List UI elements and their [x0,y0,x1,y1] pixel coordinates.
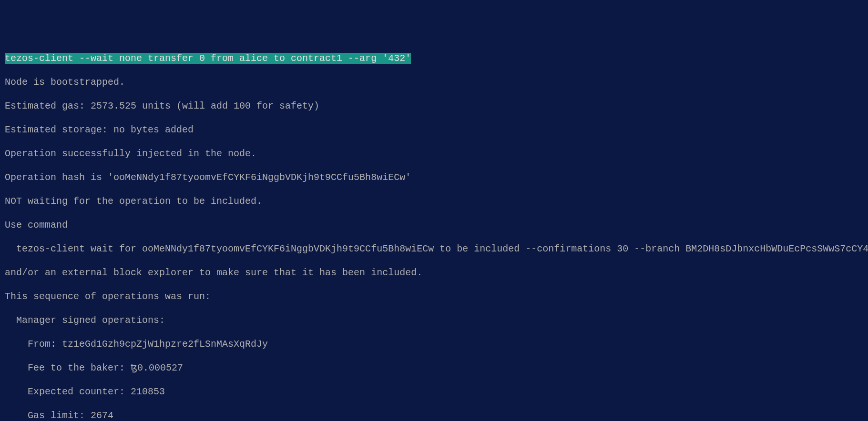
output-line: and/or an external block explorer to mak… [5,267,863,279]
command-line: tezos-client --wait none transfer 0 from… [5,53,411,64]
output-line: From: tz1eGd1Gzh9cpZjW1hpzre2fLSnMAsXqRd… [5,338,863,350]
output-line: Node is bootstrapped. [5,76,863,88]
output-line: Use command [5,219,863,231]
output-line: tezos-client wait for ooMeNNdy1f87tyoomv… [5,243,863,255]
output-line: Expected counter: 210853 [5,386,863,398]
output-line: Estimated storage: no bytes added [5,124,863,136]
output-line: Operation hash is 'ooMeNNdy1f87tyoomvEfC… [5,171,863,183]
output-line: Estimated gas: 2573.525 units (will add … [5,100,863,112]
output-line: Gas limit: 2674 [5,410,863,421]
output-line: Manager signed operations: [5,314,863,326]
output-line: Fee to the baker: ꜩ0.000527 [5,362,863,374]
output-line: This sequence of operations was run: [5,291,863,302]
output-line: NOT waiting for the operation to be incl… [5,195,863,207]
output-line: Operation successfully injected in the n… [5,148,863,160]
terminal-output: tezos-client --wait none transfer 0 from… [5,52,863,421]
